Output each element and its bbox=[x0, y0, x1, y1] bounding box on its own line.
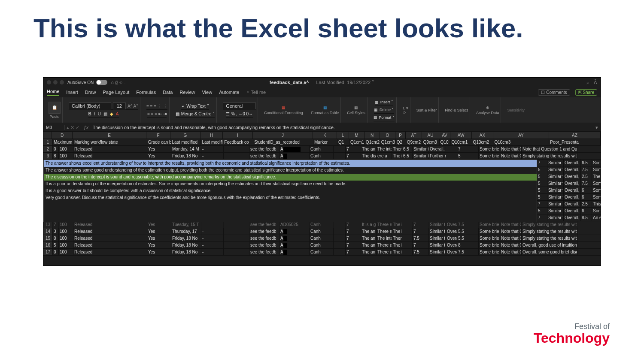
column-header[interactable]: M bbox=[349, 132, 365, 139]
cell[interactable]: Overall, t bbox=[446, 221, 457, 228]
cell[interactable]: 5.5 bbox=[457, 235, 479, 241]
column-header[interactable]: H bbox=[200, 132, 223, 139]
cell[interactable]: see the feedb bbox=[249, 228, 279, 235]
cell[interactable]: ere a bbox=[377, 153, 392, 159]
cell[interactable]: see the feedb bbox=[249, 235, 279, 241]
cell[interactable]: The dis▾ bbox=[361, 153, 377, 159]
cell[interactable]: There a bbox=[377, 221, 392, 228]
cell[interactable]: Note that C bbox=[500, 153, 522, 159]
cell[interactable]: 100 bbox=[59, 235, 73, 241]
fx-icon[interactable]: ƒx bbox=[81, 125, 91, 130]
cell[interactable]: Released bbox=[73, 221, 147, 228]
header-cell[interactable]: Feedback co bbox=[223, 139, 253, 145]
cell[interactable]: Some brie bbox=[479, 221, 500, 228]
header-cell[interactable]: Q2 bbox=[396, 139, 406, 145]
cell[interactable]: Released bbox=[73, 249, 147, 255]
cell[interactable]: see the feedb bbox=[249, 221, 279, 228]
cell[interactable] bbox=[334, 153, 346, 159]
cell[interactable]: The an bbox=[361, 242, 377, 248]
cell[interactable]: Canh bbox=[310, 221, 334, 228]
cell[interactable]: Monday, 14 M bbox=[171, 146, 201, 152]
column-header[interactable]: E bbox=[73, 132, 146, 139]
cell[interactable]: The in bbox=[392, 242, 402, 248]
cell[interactable]: Some brie bbox=[479, 228, 500, 235]
cell[interactable]: Yes bbox=[147, 153, 171, 159]
cell[interactable]: Simply stating the results with bbox=[522, 228, 577, 235]
column-header[interactable]: F bbox=[146, 132, 170, 139]
cell[interactable]: Overall, some good brief discu bbox=[522, 249, 577, 255]
header-cell[interactable]: Last modified bbox=[201, 139, 223, 145]
cell[interactable]: Canh bbox=[310, 146, 334, 152]
header-cell[interactable]: Q1cm2 bbox=[365, 139, 380, 145]
cell[interactable]: Overall, good use of intuition a bbox=[522, 242, 577, 248]
cell[interactable]: 7 bbox=[413, 242, 429, 248]
tab-data[interactable]: Data bbox=[163, 90, 173, 95]
cell[interactable] bbox=[334, 221, 346, 228]
header-cell[interactable]: Poor_Presenta bbox=[549, 139, 601, 145]
cell[interactable]: A bbox=[279, 242, 310, 248]
cell[interactable]: AD05025 bbox=[279, 221, 310, 228]
cell[interactable]: Note that C bbox=[500, 242, 522, 248]
cell[interactable]: A bbox=[279, 235, 310, 241]
column-header[interactable]: AT bbox=[406, 132, 422, 139]
cell[interactable]: There bbox=[392, 146, 402, 152]
column-header[interactable]: AV bbox=[439, 132, 450, 139]
column-header[interactable]: AY bbox=[493, 132, 549, 139]
tab-draw[interactable]: Draw bbox=[85, 90, 96, 95]
cell[interactable]: 7.5 bbox=[457, 221, 479, 228]
cell[interactable] bbox=[224, 146, 249, 152]
cell[interactable]: Canh bbox=[310, 242, 334, 248]
cell[interactable] bbox=[334, 235, 346, 241]
sheet-grid[interactable]: 1Maximum GrMarking workflow stateGrade c… bbox=[43, 139, 601, 160]
cell[interactable]: - bbox=[201, 153, 224, 159]
cell[interactable]: Friday, 18 No bbox=[171, 242, 201, 248]
header-cell[interactable]: Q9cm3 bbox=[422, 139, 440, 145]
cell[interactable]: 100 bbox=[59, 221, 73, 228]
cell[interactable]: Note that C bbox=[500, 146, 522, 152]
dropdown-option[interactable]: Very good answer. Discuss the statistica… bbox=[44, 194, 537, 201]
cell[interactable]: The an bbox=[361, 228, 377, 235]
cell[interactable]: Yes bbox=[147, 242, 171, 248]
cell[interactable]: see the feedb bbox=[249, 242, 279, 248]
cell[interactable]: Some brie bbox=[479, 249, 500, 255]
cell[interactable]: 7.5 bbox=[413, 235, 429, 241]
cell[interactable]: Note that Question 1 and Que bbox=[522, 146, 577, 152]
cell[interactable]: Yes bbox=[147, 249, 171, 255]
share-button[interactable]: ⇱ Share bbox=[575, 89, 597, 96]
cell[interactable] bbox=[402, 235, 413, 241]
header-cell[interactable]: Q1 bbox=[337, 139, 349, 145]
cell[interactable]: Yes bbox=[147, 221, 171, 228]
cell[interactable]: Canh bbox=[310, 228, 334, 235]
cell[interactable] bbox=[224, 235, 249, 241]
cell[interactable]: The an bbox=[361, 249, 377, 255]
cell[interactable]: Overall, t bbox=[429, 146, 446, 152]
dropdown-option[interactable] bbox=[44, 201, 537, 208]
cell[interactable]: A bbox=[279, 228, 310, 235]
cell[interactable]: Simply stating the results with bbox=[522, 221, 577, 228]
tab-view[interactable]: View bbox=[202, 90, 212, 95]
cell[interactable] bbox=[224, 228, 249, 235]
cell[interactable]: 7 bbox=[346, 242, 361, 248]
header-cell[interactable]: Q10cm2 bbox=[472, 139, 494, 145]
cell[interactable]: 7 bbox=[413, 228, 429, 235]
cell[interactable]: 100 bbox=[59, 146, 73, 152]
column-header[interactable]: N bbox=[365, 132, 380, 139]
cell[interactable] bbox=[402, 228, 413, 235]
tab-insert[interactable]: Insert bbox=[66, 90, 78, 95]
cell[interactable]: 100 bbox=[59, 249, 73, 255]
cell[interactable]: - bbox=[201, 221, 224, 228]
cell[interactable]: Similar t bbox=[429, 249, 446, 255]
cell[interactable]: 7 bbox=[346, 249, 361, 255]
cell[interactable]: Some brie bbox=[479, 153, 500, 159]
column-header[interactable]: L bbox=[337, 132, 349, 139]
cell[interactable]: see the feedb bbox=[249, 153, 279, 159]
cell[interactable]: 100 bbox=[59, 228, 73, 235]
cell[interactable]: Canh bbox=[310, 249, 334, 255]
cell[interactable]: - bbox=[201, 146, 224, 152]
dropdown-option[interactable]: It is a good answer but should be comple… bbox=[44, 187, 537, 194]
cell[interactable]: A bbox=[279, 153, 310, 159]
cell[interactable]: Friday, 18 No bbox=[171, 153, 201, 159]
cell[interactable]: 7.5 bbox=[413, 249, 429, 255]
cell[interactable] bbox=[224, 242, 249, 248]
cell[interactable] bbox=[446, 146, 457, 152]
